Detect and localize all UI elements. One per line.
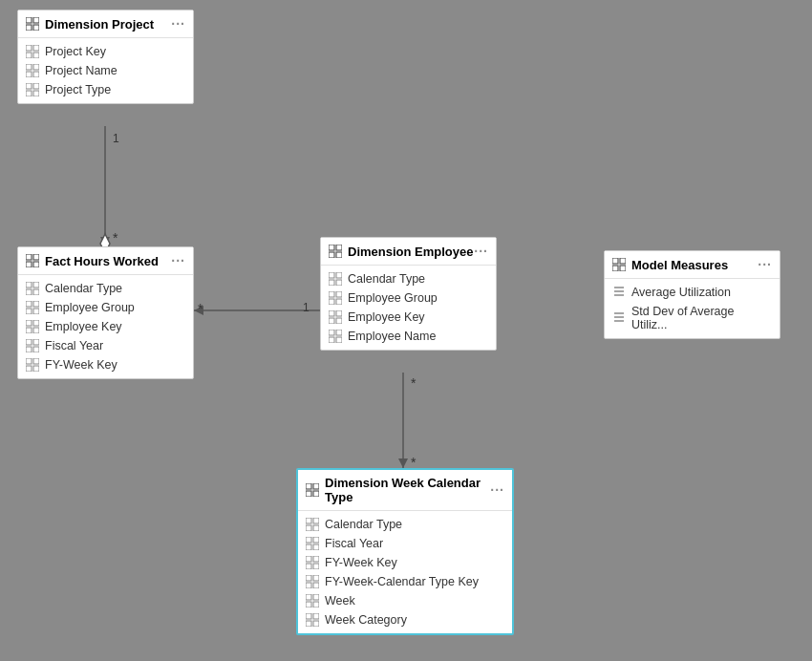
svg-rect-88 [313, 544, 319, 550]
svg-rect-29 [26, 289, 32, 295]
svg-rect-36 [33, 320, 39, 326]
field-de-employee-group: Employee Group [321, 288, 496, 308]
field-icon-fhw-employee-key [26, 320, 39, 333]
more-dimension-employee[interactable]: ··· [474, 244, 488, 259]
svg-rect-27 [26, 282, 32, 288]
table-grid-icon-mm [612, 258, 626, 271]
svg-rect-49 [329, 252, 334, 258]
svg-marker-1 [100, 237, 110, 246]
svg-rect-86 [313, 537, 319, 543]
table-grid-icon-dwct [306, 483, 319, 497]
svg-rect-20 [33, 83, 39, 89]
label-star-dimemployee-dwct-top: * [411, 375, 416, 391]
field-fhw-calendar-type: Calendar Type [18, 279, 193, 298]
field-de-employee-key: Employee Key [321, 308, 496, 327]
field-mm-average-utilization: Average Utilization [605, 283, 780, 302]
svg-rect-96 [313, 583, 319, 588]
field-de-calendar-type: Calendar Type [321, 269, 496, 288]
svg-rect-66 [336, 337, 342, 343]
svg-rect-45 [26, 366, 32, 372]
svg-rect-68 [620, 258, 626, 264]
body-dimension-employee: Calendar Type Employee Group Emp [321, 266, 496, 350]
field-icon-dwct-week [306, 594, 319, 608]
label-one-fhw-dimemployee: 1 [303, 301, 310, 314]
more-fact-hours-worked[interactable]: ··· [171, 253, 185, 268]
svg-rect-48 [336, 245, 342, 250]
table-dimension-week-calendar-type: Dimension Week Calendar Type ··· Calenda… [296, 468, 514, 635]
svg-rect-13 [26, 53, 32, 58]
svg-rect-18 [33, 72, 39, 77]
svg-rect-99 [306, 602, 311, 608]
svg-rect-59 [329, 310, 334, 316]
svg-rect-46 [33, 366, 39, 372]
svg-rect-84 [313, 525, 319, 531]
table-dimension-employee: Dimension Employee ··· Calendar Type [320, 237, 497, 351]
svg-rect-52 [336, 272, 342, 278]
svg-rect-92 [313, 564, 319, 569]
field-dwct-week: Week [298, 591, 512, 610]
field-dwct-week-category: Week Category [298, 610, 512, 629]
svg-rect-31 [26, 301, 32, 307]
field-fhw-fiscal-year: Fiscal Year [18, 336, 193, 355]
svg-rect-62 [336, 318, 342, 324]
svg-rect-103 [306, 621, 311, 627]
svg-rect-38 [33, 328, 39, 333]
svg-rect-98 [313, 594, 319, 600]
field-icon-fhw-fiscal-year [26, 339, 39, 352]
title-dimension-employee: Dimension Employee [348, 245, 473, 259]
field-icon-de-employee-group [329, 291, 342, 305]
body-dwct: Calendar Type Fiscal Year FY-Wee [298, 511, 512, 633]
diagram-canvas: 1 * * 1 * * Dimension Project ··· [0, 0, 812, 661]
field-icon-fhw-fy-week-key [26, 358, 39, 372]
field-fhw-fy-week-key: FY-Week Key [18, 355, 193, 374]
svg-rect-83 [306, 525, 311, 531]
svg-rect-15 [26, 64, 32, 70]
table-model-measures: Model Measures ··· Average Utilization [604, 250, 780, 339]
table-grid-icon-de [329, 245, 342, 258]
svg-rect-60 [336, 310, 342, 316]
body-model-measures: Average Utilization Std Dev of Average U… [605, 279, 780, 338]
svg-rect-100 [313, 602, 319, 608]
svg-rect-97 [306, 594, 311, 600]
svg-rect-53 [329, 280, 334, 286]
svg-rect-64 [336, 330, 342, 335]
more-dimension-project[interactable]: ··· [171, 16, 185, 32]
table-header-dimension-project: Dimension Project ··· [18, 11, 193, 38]
table-dimension-project: Dimension Project ··· Project Key [17, 10, 194, 104]
svg-rect-10 [33, 25, 39, 31]
svg-rect-94 [313, 575, 319, 581]
svg-rect-102 [313, 613, 319, 619]
more-model-measures[interactable]: ··· [758, 257, 772, 272]
svg-rect-93 [306, 575, 311, 581]
field-project-name: Project Name [18, 61, 193, 80]
more-dwct[interactable]: ··· [490, 482, 504, 498]
title-fact-hours-worked: Fact Hours Worked [45, 254, 159, 268]
field-project-key: Project Key [18, 42, 193, 61]
field-icon-de-employee-key [329, 310, 342, 324]
field-dwct-fiscal-year: Fiscal Year [298, 534, 512, 553]
svg-rect-8 [33, 17, 39, 23]
label-one-dimproject-fhw: 1 [113, 132, 119, 145]
svg-rect-33 [26, 309, 32, 314]
svg-rect-55 [329, 291, 334, 297]
svg-rect-32 [33, 301, 39, 307]
svg-rect-78 [313, 483, 319, 489]
table-fact-hours-worked: Fact Hours Worked ··· Calendar Type [17, 246, 194, 379]
table-header-dimension-employee: Dimension Employee ··· [321, 238, 496, 266]
svg-rect-12 [33, 45, 39, 51]
body-fact-hours-worked: Calendar Type Employee Group Emp [18, 275, 193, 378]
svg-rect-95 [306, 583, 311, 588]
svg-rect-28 [33, 282, 39, 288]
svg-rect-65 [329, 337, 334, 343]
field-dwct-calendar-type: Calendar Type [298, 515, 512, 534]
field-icon-dwct-week-category [306, 613, 319, 627]
title-dimension-project: Dimension Project [45, 17, 154, 32]
label-star-dimproject-fhw: * [113, 230, 118, 245]
svg-rect-70 [620, 266, 626, 271]
svg-rect-90 [313, 556, 319, 562]
svg-rect-34 [33, 309, 39, 314]
field-project-type: Project Type [18, 80, 193, 99]
field-icon-fhw-calendar-type [26, 282, 39, 295]
svg-rect-37 [26, 328, 32, 333]
svg-rect-17 [26, 72, 32, 77]
